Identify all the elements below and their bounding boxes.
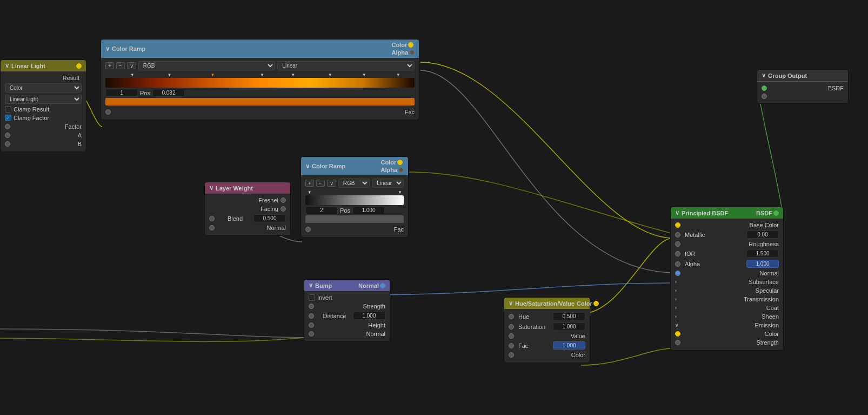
transmission-row: › Transmission xyxy=(675,295,779,304)
distance-label: Distance xyxy=(321,313,349,319)
sat-label: Saturation xyxy=(516,324,553,330)
color-out-label-b: Color xyxy=(380,159,396,166)
subsurface-label: Subsurface xyxy=(749,279,779,285)
colorramp-bot-node: ∨ Color Ramp Color Alpha + − ∨ RGB Linea… xyxy=(301,156,409,238)
bsdf-out-label: BSDF xyxy=(756,210,772,216)
fac-row-bot: Fac xyxy=(305,225,404,234)
fresnel-row: Fresnel xyxy=(209,196,286,205)
pos-row-top: Pos xyxy=(105,89,415,97)
layerweight-body: Fresnel Facing Blend Normal xyxy=(205,194,290,235)
stop-index-bot[interactable] xyxy=(305,206,338,214)
fac-socket-hsv xyxy=(509,343,514,348)
normal-in-bump-socket xyxy=(309,331,314,337)
fresnel-socket xyxy=(281,197,286,203)
distance-value[interactable] xyxy=(353,312,385,320)
color-dropdown[interactable]: Color xyxy=(5,83,82,93)
bump-node: ∨ Bump Normal Invert Strength Distance H… xyxy=(304,279,390,342)
groupoutput-body: BSDF xyxy=(757,82,848,103)
specular-row: › Specular xyxy=(675,286,779,295)
ior-value[interactable] xyxy=(746,249,779,258)
chevron-icon4: ∨ xyxy=(209,185,213,192)
invert-checkbox[interactable] xyxy=(309,294,315,301)
blend-value[interactable] xyxy=(253,214,286,222)
principled-title: Principled BSDF xyxy=(682,210,728,216)
emission-row: ∨ Emission xyxy=(675,321,779,330)
invert-label: Invert xyxy=(317,294,332,301)
metallic-socket xyxy=(675,232,680,238)
pos-value-bot[interactable] xyxy=(352,206,385,214)
huesatval-body: Hue Saturation Value Fac Color xyxy=(504,309,590,363)
bsdf-in-row: BSDF xyxy=(762,84,844,93)
extra-socket-row xyxy=(762,93,844,100)
distance-socket xyxy=(309,313,314,319)
color-mode-dropdown[interactable]: RGB xyxy=(138,61,276,70)
alpha-out-socket xyxy=(409,50,415,55)
color-preview-bot xyxy=(305,215,404,223)
facing-label: Facing xyxy=(209,206,281,212)
color-in-label: Color xyxy=(571,352,585,358)
ior-label: IOR xyxy=(683,251,746,257)
gradient-area: ▼ ▼ ▼ ▼ ▼ ▼ ▼ ▼ xyxy=(105,73,415,88)
alpha-value[interactable] xyxy=(746,260,779,268)
color-in-row: Color xyxy=(509,351,585,359)
alpha-out-socket-b xyxy=(398,167,404,173)
principled-header: ∨ Principled BSDF BSDF xyxy=(671,207,783,219)
ramp-menu-btn[interactable]: ∨ xyxy=(127,62,136,69)
metallic-value[interactable] xyxy=(746,230,779,239)
chevron-icon3: ∨ xyxy=(305,163,310,170)
strength-row-p: Strength xyxy=(675,338,779,347)
add-stop-btn[interactable]: + xyxy=(105,62,114,69)
roughness-socket xyxy=(675,241,680,247)
fac-label-hsv: Fac xyxy=(516,342,553,349)
normal-row-p: Normal xyxy=(675,269,779,278)
color-mode-dropdown-b[interactable]: RGB xyxy=(338,179,370,188)
coat-row: › Coat xyxy=(675,304,779,312)
mode-dropdown[interactable]: Linear Light xyxy=(5,95,82,104)
base-color-row: Base Color xyxy=(675,221,779,229)
pos-value-top[interactable] xyxy=(152,89,185,97)
value-row: Value xyxy=(509,332,585,340)
fac-row-hsv: Fac xyxy=(509,340,585,351)
transmission-label: Transmission xyxy=(744,296,779,302)
distance-row: Distance xyxy=(309,311,385,321)
normal-in-row: Normal xyxy=(309,330,385,338)
remove-stop-btn-b[interactable]: − xyxy=(316,180,325,187)
sat-row: Saturation xyxy=(509,321,585,332)
interpolation-dropdown[interactable]: Linear xyxy=(277,61,415,70)
chevron-icon: ∨ xyxy=(5,62,9,69)
color-out-p-label: Color xyxy=(765,331,779,337)
bsdf-in-socket xyxy=(762,85,767,91)
subsurface-row: › Subsurface xyxy=(675,278,779,286)
add-stop-btn-b[interactable]: + xyxy=(305,180,314,187)
hue-label: Hue xyxy=(516,313,553,320)
invert-row: Invert xyxy=(309,293,385,302)
normal-out-label: Normal xyxy=(358,282,379,289)
fac-socket-bot xyxy=(305,227,311,232)
fac-row-top: Fac xyxy=(105,108,415,116)
b-label: B xyxy=(78,141,82,147)
clamp-result-label: Clamp Result xyxy=(14,106,49,113)
bsdf-out-socket xyxy=(773,210,779,216)
linearlight-title: Linear Light xyxy=(11,63,45,69)
remove-stop-btn[interactable]: − xyxy=(116,62,125,69)
clamp-factor-checkbox[interactable]: ✓ xyxy=(5,115,11,121)
normal-out-socket xyxy=(380,283,385,288)
ramp-top-controls: + − ∨ RGB Linear xyxy=(105,60,415,71)
interp-dropdown-b[interactable]: Linear xyxy=(372,179,404,188)
sat-value[interactable] xyxy=(553,322,585,331)
clamp-factor-row: ✓ Clamp Factor xyxy=(5,114,82,122)
alpha-out-label: Alpha xyxy=(391,49,408,56)
normal-in-label: Normal xyxy=(366,331,385,337)
ramp-menu-btn-b[interactable]: ∨ xyxy=(327,180,336,187)
stop-markers-b: ▼ ▼ xyxy=(305,190,404,194)
clamp-factor-label: Clamp Factor xyxy=(14,115,49,121)
clamp-result-checkbox[interactable] xyxy=(5,106,11,113)
factor-socket xyxy=(5,124,10,129)
stop-index-top[interactable] xyxy=(105,89,138,97)
fresnel-label: Fresnel xyxy=(209,197,281,203)
fac-value-hsv[interactable] xyxy=(553,341,585,350)
hue-value[interactable] xyxy=(553,312,585,320)
groupoutput-header: ∨ Group Output xyxy=(757,70,848,82)
pos-row-bot: Pos xyxy=(305,206,404,214)
emission-label: Emission xyxy=(755,322,779,328)
